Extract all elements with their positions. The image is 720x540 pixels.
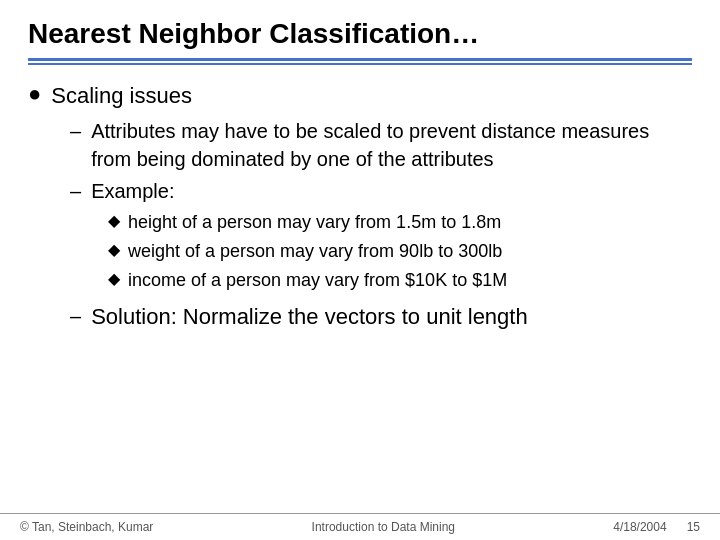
solution-text: Solution: Normalize the vectors to unit … — [91, 302, 528, 333]
slide-footer: © Tan, Steinbach, Kumar Introduction to … — [0, 513, 720, 540]
sub-sub-bullet-height: ◆ height of a person may vary from 1.5m … — [108, 209, 692, 236]
divider-bottom-line — [28, 63, 692, 65]
footer-date: 4/18/2004 — [613, 520, 666, 534]
sub-sub-bullet-weight: ◆ weight of a person may vary from 90lb … — [108, 238, 692, 265]
divider — [0, 58, 720, 65]
sub-dash-2-icon: – — [70, 177, 81, 205]
diamond-icon-3: ◆ — [108, 267, 120, 291]
slide-content: ● Scaling issues – Attributes may have t… — [0, 77, 720, 514]
footer-author: © Tan, Steinbach, Kumar — [20, 520, 153, 534]
diamond-icon-1: ◆ — [108, 209, 120, 233]
sub-sub-text-height: height of a person may vary from 1.5m to… — [128, 209, 501, 236]
diamond-icon-2: ◆ — [108, 238, 120, 262]
sub-bullet-attributes: – Attributes may have to be scaled to pr… — [70, 117, 692, 173]
sub-bullet-example-text: Example: — [91, 177, 174, 205]
footer-page: 15 — [687, 520, 700, 534]
solution-dash-icon: – — [70, 302, 81, 330]
sub-sub-text-weight: weight of a person may vary from 90lb to… — [128, 238, 502, 265]
divider-top-line — [28, 58, 692, 61]
sub-sub-bullets-section: ◆ height of a person may vary from 1.5m … — [108, 209, 692, 294]
slide: Nearest Neighbor Classification… ● Scali… — [0, 0, 720, 540]
scaling-issues-label: Scaling issues — [51, 81, 192, 112]
sub-sub-bullet-income: ◆ income of a person may vary from $10K … — [108, 267, 692, 294]
sub-bullet-attributes-text: Attributes may have to be scaled to prev… — [91, 117, 692, 173]
sub-bullet-example: – Example: — [70, 177, 692, 205]
slide-header: Nearest Neighbor Classification… — [0, 0, 720, 58]
sub-sub-text-income: income of a person may vary from $10K to… — [128, 267, 507, 294]
slide-title: Nearest Neighbor Classification… — [28, 18, 692, 50]
footer-course: Introduction to Data Mining — [312, 520, 455, 534]
sub-dash-1-icon: – — [70, 117, 81, 145]
footer-right-section: 4/18/2004 15 — [613, 520, 700, 534]
solution-bullet: – Solution: Normalize the vectors to uni… — [70, 302, 692, 333]
main-bullet-scaling: ● Scaling issues — [28, 81, 692, 112]
bullet-dot-icon: ● — [28, 79, 41, 110]
